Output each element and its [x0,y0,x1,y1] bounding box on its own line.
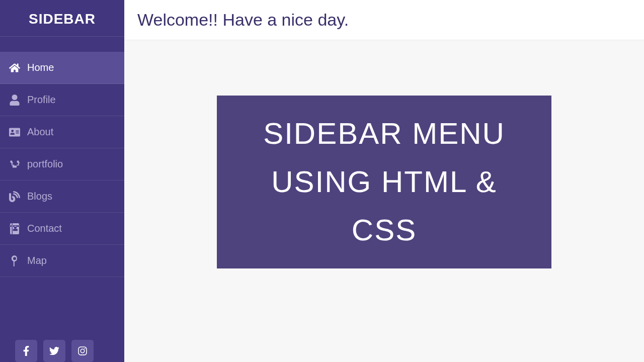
sidebar-item-contact[interactable]: Contact [0,213,124,245]
home-icon [9,62,20,73]
facebook-icon [21,345,32,356]
sidebar-item-about[interactable]: About [0,116,124,148]
sidebar-item-label: portfolio [27,158,63,170]
sidebar-item-home[interactable]: Home [0,52,124,84]
sidebar-item-label: About [27,126,53,138]
instagram-link[interactable] [71,340,94,362]
sidebar-title: SIDEBAR [0,0,124,37]
sidebar-item-blogs[interactable]: Blogs [0,180,124,213]
project-icon [9,159,20,170]
sidebar-item-label: Blogs [27,191,52,202]
sidebar-item-label: Home [27,62,54,73]
instagram-icon [77,345,88,356]
sidebar-item-label: Contact [27,223,62,234]
blog-icon [9,191,20,202]
welcome-header: Welcome!! Have a nice day. [124,0,644,40]
user-icon [9,95,20,106]
sidebar: SIDEBAR Home Profile About portfolio [0,0,124,362]
sidebar-item-portfolio[interactable]: portfolio [0,148,124,180]
facebook-link[interactable] [15,340,37,362]
map-pin-icon [9,255,20,266]
sidebar-item-profile[interactable]: Profile [0,84,124,116]
sidebar-nav: Home Profile About portfolio Blogs [0,52,124,277]
twitter-link[interactable] [43,340,65,362]
twitter-icon [49,345,60,356]
sidebar-item-label: Map [27,255,47,266]
content-area: SIDEBAR MENU USING HTML & CSS [124,40,644,362]
main-area: Welcome!! Have a nice day. SIDEBAR MENU … [124,0,644,362]
address-book-icon [9,223,20,234]
hero-card: SIDEBAR MENU USING HTML & CSS [217,96,551,268]
id-card-icon [9,127,20,138]
sidebar-item-map[interactable]: Map [0,245,124,277]
sidebar-item-label: Profile [27,94,56,106]
social-links [0,330,124,362]
